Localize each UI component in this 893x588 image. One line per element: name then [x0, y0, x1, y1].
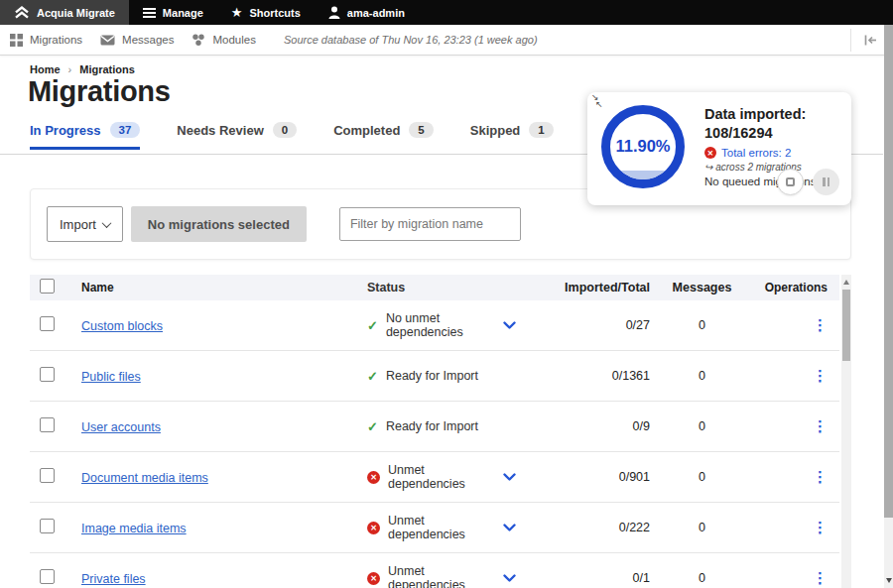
kebab-menu-icon[interactable]: ⋮ [813, 519, 828, 535]
tab-count-badge: 5 [409, 122, 433, 138]
status-text: Ready for Import [386, 369, 478, 383]
migration-link[interactable]: Image media items [81, 522, 187, 535]
shortcuts-menu[interactable]: ★ Shortcuts [217, 0, 315, 25]
chevron-down-icon[interactable] [503, 524, 516, 532]
check-icon: ✓ [367, 369, 378, 384]
tab-label: In Progress [30, 123, 101, 138]
status-text: Unmet dependencies [388, 514, 495, 541]
import-controls [777, 169, 839, 195]
migration-link[interactable]: Private files [81, 572, 146, 586]
status-cell: ✓ ✕ Unmet dependencies [367, 463, 526, 491]
kebab-menu-icon[interactable]: ⋮ [813, 316, 828, 333]
double-chevron-up-icon [14, 6, 30, 19]
row-checkbox[interactable] [40, 519, 55, 533]
migration-link[interactable]: Custom blocks [81, 319, 163, 333]
hook-arrow-icon: ↪ [704, 162, 712, 173]
imported-total-cell: 0/222 [526, 521, 650, 534]
breadcrumb: Home › Migrations [30, 63, 135, 75]
table-row: User accounts ✓ ✕ Ready for Import 0/9 0… [30, 402, 839, 452]
hamburger-icon [143, 12, 156, 14]
kebab-menu-icon[interactable]: ⋮ [813, 468, 828, 485]
imported-total-cell: 0/901 [526, 470, 650, 484]
no-migrations-selected-button[interactable]: No migrations selected [131, 206, 307, 242]
status-cell: ✓ ✕ Ready for Import [367, 369, 526, 384]
user-label: ama-admin [347, 7, 405, 19]
collapse-card-icon[interactable]: ↘ ↖ [591, 94, 603, 108]
status-text: Unmet dependencies [388, 463, 495, 491]
scroll-up-button[interactable] [841, 275, 851, 289]
error-circle-icon: ✕ [704, 147, 716, 159]
messages-cell: 0 [650, 470, 754, 484]
acquia-migrate-brand[interactable]: Acquia Migrate [0, 0, 129, 25]
envelope-icon [100, 35, 115, 46]
tab-needs-review[interactable]: Needs Review 0 [177, 122, 297, 150]
admin-bar: Acquia Migrate Manage ★ Shortcuts ama-ad… [0, 0, 893, 25]
table-row: Image media items ✓ ✕ Unmet dependencies… [30, 503, 839, 553]
migration-link[interactable]: Document media items [81, 471, 208, 485]
select-all-checkbox[interactable] [40, 279, 55, 294]
data-imported-heading: Data imported: 108/16294 [704, 105, 843, 142]
stop-import-button[interactable] [777, 169, 804, 195]
migration-filter-input[interactable] [339, 207, 521, 241]
toolbar-item-migrations[interactable]: Migrations [10, 34, 82, 47]
user-menu[interactable]: ama-admin [315, 0, 419, 25]
total-errors-link[interactable]: Total errors: 2 [721, 147, 791, 159]
star-icon: ★ [231, 6, 243, 19]
header-operations: Operations [754, 281, 839, 294]
migration-link[interactable]: User accounts [81, 420, 161, 434]
chevron-down-icon[interactable] [503, 574, 516, 583]
row-checkbox[interactable] [40, 316, 55, 331]
page-scrollbar[interactable] [884, 25, 893, 588]
pause-icon [823, 177, 826, 186]
table-scrollbar[interactable] [841, 275, 851, 588]
total-errors-row: ✕ Total errors: 2 [704, 147, 843, 159]
migration-link[interactable]: Public files [81, 370, 141, 384]
status-cell: ✓ ✕ No unmet dependencies [367, 311, 526, 339]
tab-skipped[interactable]: Skipped 1 [470, 122, 554, 150]
table-row: Private files ✓ ✕ Unmet dependencies 0/1… [30, 553, 839, 588]
breadcrumb-home-link[interactable]: Home [30, 63, 61, 75]
header-status: Status [367, 281, 526, 294]
error-icon: ✕ [367, 572, 380, 585]
table-scrollbar-thumb[interactable] [842, 290, 850, 361]
import-progress-card: ↘ ↖ 11.90% Data imported: 108/16294 ✕ To… [587, 92, 851, 205]
scroll-down-button[interactable] [884, 574, 893, 586]
table-row: Custom blocks ✓ ✕ No unmet dependencies … [30, 300, 839, 351]
status-text: No unmet dependencies [386, 311, 495, 339]
row-checkbox[interactable] [40, 468, 55, 483]
progress-percent: 11.90% [610, 137, 676, 156]
tab-count-badge: 1 [529, 122, 553, 138]
row-checkbox[interactable] [40, 417, 55, 432]
check-icon: ✓ [367, 419, 378, 434]
kebab-menu-icon[interactable]: ⋮ [813, 569, 828, 586]
collapse-toolbar-button[interactable] [850, 29, 877, 52]
triangle-up-icon [843, 280, 849, 285]
messages-cell: 0 [650, 571, 754, 585]
chevron-down-icon[interactable] [503, 321, 516, 330]
pause-import-button[interactable] [813, 169, 839, 195]
modules-icon [191, 34, 205, 47]
triangle-down-icon [886, 578, 892, 583]
status-cell: ✓ ✕ Ready for Import [367, 419, 526, 434]
chevron-down-icon[interactable] [503, 473, 516, 482]
messages-cell: 0 [650, 521, 754, 534]
imported-total-cell: 0/9 [526, 419, 650, 433]
kebab-menu-icon[interactable]: ⋮ [813, 417, 828, 434]
secondary-toolbar: Migrations Messages Modules Source datab… [0, 25, 893, 56]
toolbar-item-modules[interactable]: Modules [191, 34, 255, 47]
manage-menu[interactable]: Manage [129, 0, 217, 25]
page-scrollbar-thumb[interactable] [884, 25, 893, 518]
row-checkbox[interactable] [40, 367, 55, 382]
status-cell: ✓ ✕ Unmet dependencies [367, 564, 526, 588]
tab-completed[interactable]: Completed 5 [333, 122, 434, 150]
status-text: Ready for Import [386, 419, 478, 433]
grid-icon [10, 34, 23, 47]
tab-label: Needs Review [177, 123, 263, 138]
modules-label: Modules [212, 34, 255, 46]
import-dropdown-button[interactable]: Import [47, 206, 123, 242]
toolbar-item-messages[interactable]: Messages [100, 34, 174, 46]
kebab-menu-icon[interactable]: ⋮ [813, 367, 828, 384]
page-title: Migrations [28, 75, 171, 108]
row-checkbox[interactable] [40, 569, 55, 584]
tab-in-progress[interactable]: In Progress 37 [30, 122, 140, 150]
